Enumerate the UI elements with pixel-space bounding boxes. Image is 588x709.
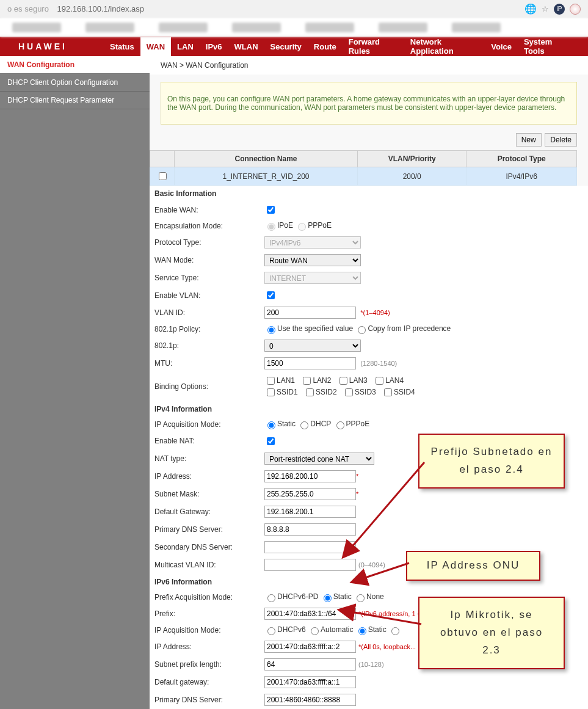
row-vlan: 200/0 [358,167,466,186]
in-pdns4[interactable] [264,523,356,536]
top-nav: HUAWEI Status WAN LAN IPv6 WLAN Security… [0,37,588,56]
col-vlan: VLAN/Priority [358,151,466,167]
lbl-subnet: Subnet Mask: [150,485,260,503]
hint-mvid4: (0–4094) [358,561,385,569]
in-gw4[interactable] [264,506,356,518]
in-mvid4[interactable] [264,559,356,571]
rb-dhcpv6pd-label: DHCPv6-PD [277,592,318,601]
lbl-mvid4: Multicast VLAN ID: [150,556,260,573]
rb-pppoe4[interactable] [336,421,344,429]
nav-security[interactable]: Security [264,37,308,56]
rb-static6-label: Static [368,625,387,634]
rb-auto6[interactable] [311,627,319,635]
rb-dhcpv6pd[interactable] [267,594,275,602]
in-ipaddr4[interactable] [264,470,356,482]
lbl-gw6: Default gateway: [150,674,260,691]
rb-prefix-static[interactable] [324,594,332,602]
lbl-nat-type: NAT type: [150,449,260,467]
in-vlan-id[interactable] [264,307,356,319]
connection-row[interactable]: 1_INTERNET_R_VID_200 200/0 IPv4/IPv6 [150,167,577,186]
rb-static4[interactable] [267,421,275,429]
in-prefix[interactable] [264,608,356,620]
cb-ssid2-label: SSID2 [316,388,337,396]
in-sdns4[interactable] [264,541,356,553]
cb-ssid1[interactable] [267,388,275,396]
section-basic: Basic Information [150,186,588,202]
row-checkbox[interactable] [159,172,167,180]
col-conn-name: Connection Name [175,151,358,167]
sel-nat-type[interactable]: Port-restricted cone NAT [264,453,374,465]
ext-ip-icon[interactable]: iP [554,4,565,15]
rb-static6[interactable] [358,627,366,635]
in-gw6[interactable] [264,676,356,688]
sel-service[interactable]: INTERNET [264,272,361,284]
rb-pppoe-label: PPPoE [308,221,332,230]
col-checkbox [150,151,175,167]
new-button[interactable]: New [516,133,542,147]
cb-enable-wan[interactable] [267,206,275,214]
rb-dhcpv6[interactable] [267,627,275,635]
nav-voice[interactable]: Voice [485,37,518,56]
rb-prefix-none[interactable] [357,594,365,602]
rb-dhcpv6-label: DHCPv6 [277,625,306,634]
cb-ssid1-label: SSID1 [277,388,298,396]
cb-ssid4[interactable] [384,388,392,396]
hint-ipaddr6: *(All 0s, loopback... [358,643,416,650]
nav-route[interactable]: Route [308,37,343,56]
cb-lan2-label: LAN2 [313,376,331,385]
rb-8021p-copy-label: Copy from IP precedence [368,324,451,333]
in-mtu[interactable] [264,357,356,369]
cb-nat[interactable] [267,437,275,445]
nav-wlan[interactable]: WLAN [228,37,264,56]
cb-ssid2[interactable] [306,388,314,396]
rb-8021p-spec[interactable] [267,326,275,334]
nav-lan[interactable]: LAN [171,37,200,56]
lbl-encap: Encapsulation Mode: [150,219,260,234]
col-proto: Protocol Type [466,151,577,167]
side-dhcp-option[interactable]: DHCP Client Option Configuration [0,74,150,92]
rb-dhcp4[interactable] [300,421,308,429]
rb-8021p-copy[interactable] [358,326,366,334]
rb-ipoe[interactable] [267,223,275,231]
in-subnet[interactable] [264,488,356,500]
sel-wan-mode[interactable]: Route WAN [264,254,361,266]
star-icon[interactable]: ☆ [542,4,549,13]
side-wan-config[interactable]: WAN Configuration [0,56,150,74]
cb-lan2[interactable] [303,377,311,385]
callout-prefix: Prefijo Subnetado en el paso 2.4 [418,434,565,489]
insecure-label: o es seguro [7,4,49,13]
cb-lan4-label: LAN4 [385,376,404,385]
section-ipv4: IPv4 Information [150,401,588,417]
cb-enable-vlan[interactable] [267,291,275,299]
cb-ssid3[interactable] [345,388,353,396]
rb-prefix-none-label: None [366,592,384,601]
delete-button[interactable]: Delete [545,133,577,147]
cb-ssid4-label: SSID4 [394,388,415,396]
rb-8021p-spec-label: Use the specified value [277,324,353,333]
in-splen[interactable] [264,658,356,671]
info-box: On this page, you can configure WAN port… [161,82,577,125]
nav-wan[interactable]: WAN [140,37,171,56]
cb-lan1[interactable] [267,377,275,385]
lbl-service: Service Type: [150,269,260,287]
cb-lan4[interactable] [376,377,383,385]
nav-ipv6[interactable]: IPv6 [200,37,228,56]
rb-prefix-static-label: Static [333,592,352,601]
hint-splen: (10-128) [358,661,384,668]
in-pdns6[interactable] [264,694,356,706]
cb-lan3[interactable] [339,377,347,385]
sel-8021p[interactable]: 0 [264,340,361,352]
url-text: o es seguro 192.168.100.1/index.asp [7,4,144,13]
ext-circle-icon[interactable] [570,4,581,15]
rb-pppoe[interactable] [298,223,306,231]
cb-lan3-label: LAN3 [349,376,368,385]
in-ipaddr6[interactable] [264,641,356,653]
rb-extra6[interactable] [391,627,399,635]
side-dhcp-request[interactable]: DHCP Client Request Parameter [0,92,150,109]
lbl-pdns6: Primary DNS Server: [150,691,260,709]
browser-address-bar: o es seguro 192.168.100.1/index.asp 🌐 ☆ … [0,0,588,18]
translate-icon[interactable]: 🌐 [524,3,537,15]
nav-status[interactable]: Status [104,37,140,56]
sel-proto[interactable]: IPv4/IPv6 [264,236,361,249]
rb-ipoe-label: IPoE [277,221,293,230]
